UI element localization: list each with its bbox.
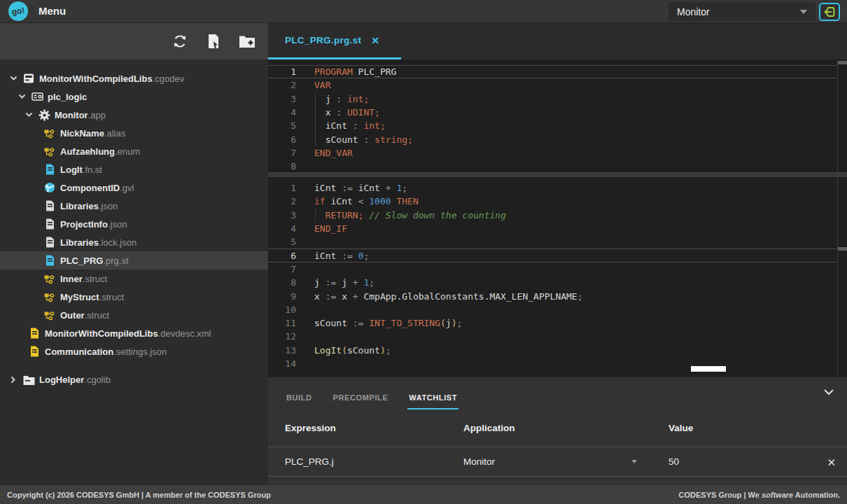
tree-item-componentid[interactable]: ComponentID.gvl: [0, 178, 268, 197]
line-number: 4: [268, 223, 296, 234]
tree-item-label: MyStruct.struct: [60, 292, 124, 302]
code-line[interactable]: 9x := x + CmpApp.GlobalConstants.MAX_LEN…: [268, 289, 837, 302]
code-line[interactable]: 2VAR: [268, 78, 837, 92]
line-number: 3: [268, 94, 296, 104]
code-line[interactable]: 1iCnt := iCnt + 1;: [268, 181, 837, 195]
value-cell: 50: [668, 456, 847, 467]
column-header: Application: [463, 423, 668, 433]
tab-plc-prg[interactable]: PLC_PRG.prg.st ✕: [285, 23, 379, 57]
chevron-down-icon: [18, 94, 26, 99]
bottom-panel: BUILDPRECOMPILEWATCHLIST ExpressionAppli…: [268, 377, 847, 484]
pane-splitter[interactable]: [268, 172, 847, 177]
tree-item-outer[interactable]: Outer.struct: [0, 306, 268, 324]
code-line[interactable]: 5 iCnt : int;: [268, 119, 837, 132]
code-line[interactable]: 14: [268, 357, 837, 370]
code-line[interactable]: 4END_IF: [268, 222, 837, 235]
code-line[interactable]: 6 sCount : string;: [268, 132, 837, 146]
tab-close-icon[interactable]: ✕: [371, 35, 379, 46]
tree-item-monitorwithcompiledlibs[interactable]: MonitorWithCompiledLibs.devdesc.xml: [0, 324, 268, 342]
horizontal-scrollbar-thumb[interactable]: [691, 366, 726, 372]
watchlist-row[interactable]: PLC_PRG.jMonitor50✕: [268, 447, 847, 477]
st-code-editor[interactable]: 1PROGRAM PLC_PRG2VAR3 j : int;4 x : UDIN…: [268, 59, 847, 377]
expression-cell: PLC_PRG.j: [285, 456, 463, 467]
status-footer: Copyright (c) 2026 CODESYS GmbH | A memb…: [0, 484, 847, 504]
new-folder-button[interactable]: [239, 33, 255, 50]
sync-button[interactable]: [172, 33, 188, 50]
chevron-right-icon: [10, 376, 16, 384]
implementation-pane[interactable]: 1iCnt := iCnt + 1;2if iCnt < 1000 THEN3 …: [268, 177, 837, 377]
new-file-icon: [206, 34, 220, 49]
line-number: 14: [268, 358, 296, 369]
tree-item-communication[interactable]: Communication.settings.json: [0, 342, 268, 360]
code-line[interactable]: 13LogIt(sCount);: [268, 344, 837, 357]
code-line[interactable]: 5: [268, 235, 837, 248]
code-line[interactable]: 1PROGRAM PLC_PRG: [268, 65, 837, 78]
application-select[interactable]: Monitor: [463, 456, 668, 467]
folder-icon: [23, 374, 35, 385]
tree-item-plc_prg[interactable]: PLC_PRG.prg.st: [0, 251, 268, 270]
tree-item-nickname[interactable]: NickName.alias: [0, 124, 268, 142]
file-icon: [45, 218, 55, 230]
tree-item-monitorwithcompiledlibs[interactable]: MonitorWithCompiledLibs.cgodev: [0, 69, 268, 88]
line-number: 2: [268, 196, 296, 206]
copyright-text: Copyright (c) 2026 CODESYS GmbH | A memb…: [7, 491, 271, 499]
declaration-pane[interactable]: 1PROGRAM PLC_PRG2VAR3 j : int;4 x : UDIN…: [268, 59, 837, 172]
panel-tabbar: BUILDPRECOMPILEWATCHLIST: [268, 377, 847, 410]
file-icon: [45, 164, 55, 175]
plc-logic-icon: [31, 91, 43, 102]
tree-item-label: MonitorWithCompiledLibs.devdesc.xml: [45, 328, 211, 339]
menu-button[interactable]: Menu: [38, 0, 66, 22]
tree-item-aufzaehlung[interactable]: Aufzaehlung.enum: [0, 142, 268, 160]
line-number: 5: [268, 237, 296, 247]
login-button[interactable]: [819, 3, 840, 21]
sync-icon: [172, 34, 188, 49]
tree-item-label: Monitor.app: [55, 110, 106, 120]
panel-tab-watchlist[interactable]: WATCHLIST: [407, 393, 458, 410]
tree-item-label: Libraries.lock.json: [60, 237, 136, 248]
tree-item-label: PLC_PRG.prg.st: [60, 255, 129, 266]
tree-item-label: plc_logic: [48, 92, 87, 102]
code-line[interactable]: 11sCount := INT_TO_STRING(j);: [268, 316, 837, 330]
tree-item-logit[interactable]: LogIt.fn.st: [0, 160, 268, 178]
code-line[interactable]: 7END_VAR: [268, 146, 837, 160]
line-number: 8: [268, 161, 296, 172]
code-line[interactable]: 3 j : int;: [268, 92, 837, 106]
editor-workspace: PLC_PRG.prg.st ✕ 1PROGRAM PLC_PRG2VAR3 j…: [268, 23, 847, 484]
tree-item-monitor[interactable]: Monitor.app: [0, 106, 268, 124]
tree-item-loghelper[interactable]: LogHelper.cgolib: [0, 370, 268, 388]
code-line[interactable]: 2if iCnt < 1000 THEN: [268, 195, 837, 208]
editor-tabbar: PLC_PRG.prg.st ✕: [268, 23, 847, 59]
tree-item-label: ProjectInfo.json: [60, 219, 127, 230]
brand-text: CODESYS Group | We software Automation.: [679, 491, 840, 499]
new-file-button[interactable]: [205, 33, 222, 50]
application-mode-value: Monitor: [677, 6, 800, 18]
code-line[interactable]: 10: [268, 303, 837, 316]
tree-item-mystruct[interactable]: MyStruct.struct: [0, 288, 268, 306]
code-line[interactable]: 12: [268, 330, 837, 343]
scrollbar-track: [837, 59, 838, 377]
new-folder-icon: [239, 34, 255, 48]
file-icon: [45, 200, 55, 211]
panel-tab-precompile[interactable]: PRECOMPILE: [332, 393, 390, 410]
tree-item-inner[interactable]: Inner.struct: [0, 270, 268, 288]
code-line[interactable]: 3 RETURN; // Slow down the counting: [268, 209, 837, 222]
tree-item-libraries[interactable]: Libraries.lock.json: [0, 233, 268, 251]
scrollbar-thumb[interactable]: [838, 61, 847, 64]
line-number: 11: [268, 318, 296, 328]
code-line[interactable]: 6iCnt := 0;: [268, 248, 837, 262]
application-mode-select[interactable]: Monitor: [668, 2, 816, 21]
code-line[interactable]: 8: [268, 160, 837, 172]
code-line[interactable]: 7: [268, 262, 837, 276]
panel-collapse-button[interactable]: [823, 386, 834, 398]
remove-watch-button[interactable]: ✕: [827, 447, 836, 477]
tree-item-label: Outer.struct: [60, 310, 109, 321]
scrollbar-thumb[interactable]: [838, 247, 847, 251]
login-icon: [822, 5, 836, 19]
panel-tab-build[interactable]: BUILD: [285, 393, 314, 410]
tree-item-projectinfo[interactable]: ProjectInfo.json: [0, 215, 268, 233]
code-line[interactable]: 4 x : UDINT;: [268, 106, 837, 119]
file-tree: MonitorWithCompiledLibs.cgodevplc_logicM…: [0, 59, 268, 484]
code-line[interactable]: 8j := j + 1;: [268, 276, 837, 289]
tree-item-plc_logic[interactable]: plc_logic: [0, 88, 268, 106]
tree-item-libraries[interactable]: Libraries.json: [0, 197, 268, 215]
